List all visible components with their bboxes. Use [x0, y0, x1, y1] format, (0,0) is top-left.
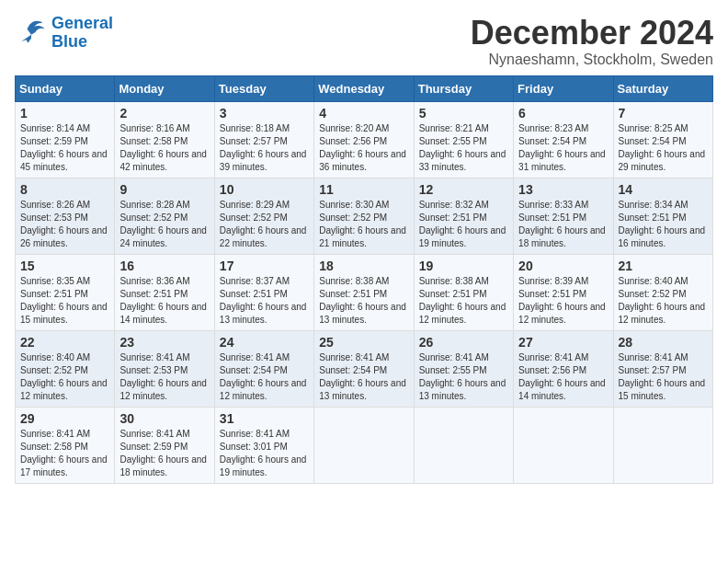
day-number: 4 — [319, 106, 408, 121]
calendar-cell: 14 Sunrise: 8:34 AMSunset: 2:51 PMDaylig… — [613, 178, 712, 254]
day-number: 10 — [220, 182, 309, 197]
cell-info: Sunrise: 8:41 AMSunset: 2:55 PMDaylight:… — [419, 352, 506, 401]
weekday-header-row: SundayMondayTuesdayWednesdayThursdayFrid… — [16, 75, 713, 101]
cell-info: Sunrise: 8:30 AMSunset: 2:52 PMDaylight:… — [319, 200, 406, 248]
cell-info: Sunrise: 8:37 AMSunset: 2:51 PMDaylight:… — [220, 276, 307, 325]
day-number: 13 — [518, 182, 608, 197]
calendar-cell: 23 Sunrise: 8:41 AMSunset: 2:53 PMDaylig… — [115, 330, 214, 407]
cell-info: Sunrise: 8:26 AMSunset: 2:53 PMDaylight:… — [20, 200, 108, 248]
cell-info: Sunrise: 8:21 AMSunset: 2:55 PMDaylight:… — [419, 123, 506, 172]
day-number: 25 — [319, 335, 408, 350]
day-number: 8 — [20, 182, 109, 197]
month-title: December 2024 — [471, 15, 713, 52]
day-number: 5 — [419, 106, 508, 121]
calendar-table: SundayMondayTuesdayWednesdayThursdayFrid… — [15, 75, 713, 484]
logo-text: General Blue — [51, 15, 113, 52]
calendar-cell: 21 Sunrise: 8:40 AMSunset: 2:52 PMDaylig… — [613, 254, 712, 330]
cell-info: Sunrise: 8:41 AMSunset: 2:54 PMDaylight:… — [319, 352, 406, 401]
cell-info: Sunrise: 8:14 AMSunset: 2:59 PMDaylight:… — [20, 123, 108, 172]
calendar-cell: 30 Sunrise: 8:41 AMSunset: 2:59 PMDaylig… — [115, 407, 214, 483]
cell-info: Sunrise: 8:41 AMSunset: 2:53 PMDaylight:… — [119, 352, 207, 401]
cell-info: Sunrise: 8:28 AMSunset: 2:52 PMDaylight:… — [119, 200, 207, 248]
logo: General Blue — [15, 15, 113, 52]
calendar-week-row: 8 Sunrise: 8:26 AMSunset: 2:53 PMDayligh… — [16, 178, 713, 254]
day-number: 22 — [20, 335, 109, 350]
cell-info: Sunrise: 8:34 AMSunset: 2:51 PMDaylight:… — [619, 200, 706, 248]
weekday-header: Wednesday — [314, 75, 414, 101]
day-number: 9 — [119, 182, 209, 197]
calendar-cell: 27 Sunrise: 8:41 AMSunset: 2:56 PMDaylig… — [514, 330, 613, 407]
calendar-cell: 16 Sunrise: 8:36 AMSunset: 2:51 PMDaylig… — [115, 254, 214, 330]
cell-info: Sunrise: 8:41 AMSunset: 2:59 PMDaylight:… — [119, 429, 207, 477]
day-number: 29 — [20, 411, 109, 426]
calendar-cell: 31 Sunrise: 8:41 AMSunset: 3:01 PMDaylig… — [214, 407, 313, 483]
calendar-cell: 4 Sunrise: 8:20 AMSunset: 2:56 PMDayligh… — [314, 101, 414, 178]
calendar-cell: 15 Sunrise: 8:35 AMSunset: 2:51 PMDaylig… — [16, 254, 115, 330]
day-number: 7 — [619, 106, 708, 121]
cell-info: Sunrise: 8:40 AMSunset: 2:52 PMDaylight:… — [20, 352, 108, 401]
weekday-header: Friday — [514, 75, 613, 101]
cell-info: Sunrise: 8:23 AMSunset: 2:54 PMDaylight:… — [518, 123, 606, 172]
calendar-week-row: 29 Sunrise: 8:41 AMSunset: 2:58 PMDaylig… — [16, 407, 713, 483]
day-number: 18 — [319, 259, 408, 273]
day-number: 17 — [220, 259, 309, 273]
day-number: 30 — [119, 411, 209, 426]
weekday-header: Tuesday — [214, 75, 313, 101]
weekday-header: Thursday — [414, 75, 513, 101]
day-number: 20 — [518, 259, 608, 273]
weekday-header: Saturday — [613, 75, 712, 101]
cell-info: Sunrise: 8:33 AMSunset: 2:51 PMDaylight:… — [518, 200, 606, 248]
day-number: 24 — [220, 335, 309, 350]
calendar-cell: 19 Sunrise: 8:38 AMSunset: 2:51 PMDaylig… — [414, 254, 513, 330]
cell-info: Sunrise: 8:41 AMSunset: 3:01 PMDaylight:… — [220, 429, 307, 477]
cell-info: Sunrise: 8:38 AMSunset: 2:51 PMDaylight:… — [319, 276, 406, 325]
calendar-cell — [414, 407, 513, 483]
cell-info: Sunrise: 8:39 AMSunset: 2:51 PMDaylight:… — [518, 276, 606, 325]
calendar-cell — [514, 407, 613, 483]
cell-info: Sunrise: 8:16 AMSunset: 2:58 PMDaylight:… — [119, 123, 207, 172]
calendar-cell: 17 Sunrise: 8:37 AMSunset: 2:51 PMDaylig… — [214, 254, 313, 330]
day-number: 28 — [619, 335, 708, 350]
calendar-cell: 12 Sunrise: 8:32 AMSunset: 2:51 PMDaylig… — [414, 178, 513, 254]
page-header: General Blue December 2024 Nynaeshamn, S… — [15, 15, 713, 68]
day-number: 6 — [518, 106, 608, 121]
calendar-cell: 6 Sunrise: 8:23 AMSunset: 2:54 PMDayligh… — [514, 101, 613, 178]
calendar-cell: 7 Sunrise: 8:25 AMSunset: 2:54 PMDayligh… — [613, 101, 712, 178]
day-number: 3 — [220, 106, 309, 121]
day-number: 2 — [119, 106, 209, 121]
cell-info: Sunrise: 8:18 AMSunset: 2:57 PMDaylight:… — [220, 123, 307, 172]
calendar-cell: 24 Sunrise: 8:41 AMSunset: 2:54 PMDaylig… — [214, 330, 313, 407]
day-number: 12 — [419, 182, 508, 197]
day-number: 19 — [419, 259, 508, 273]
calendar-week-row: 22 Sunrise: 8:40 AMSunset: 2:52 PMDaylig… — [16, 330, 713, 407]
calendar-cell: 13 Sunrise: 8:33 AMSunset: 2:51 PMDaylig… — [514, 178, 613, 254]
day-number: 26 — [419, 335, 508, 350]
cell-info: Sunrise: 8:36 AMSunset: 2:51 PMDaylight:… — [119, 276, 207, 325]
cell-info: Sunrise: 8:41 AMSunset: 2:54 PMDaylight:… — [220, 352, 307, 401]
calendar-cell: 26 Sunrise: 8:41 AMSunset: 2:55 PMDaylig… — [414, 330, 513, 407]
day-number: 1 — [20, 106, 109, 121]
day-number: 31 — [220, 411, 309, 426]
calendar-cell: 3 Sunrise: 8:18 AMSunset: 2:57 PMDayligh… — [214, 101, 313, 178]
day-number: 16 — [119, 259, 209, 273]
weekday-header: Sunday — [16, 75, 115, 101]
calendar-cell — [314, 407, 414, 483]
day-number: 14 — [619, 182, 708, 197]
day-number: 11 — [319, 182, 408, 197]
calendar-cell: 1 Sunrise: 8:14 AMSunset: 2:59 PMDayligh… — [16, 101, 115, 178]
location-subtitle: Nynaeshamn, Stockholm, Sweden — [471, 52, 713, 68]
calendar-week-row: 1 Sunrise: 8:14 AMSunset: 2:59 PMDayligh… — [16, 101, 713, 178]
calendar-cell: 25 Sunrise: 8:41 AMSunset: 2:54 PMDaylig… — [314, 330, 414, 407]
calendar-cell: 18 Sunrise: 8:38 AMSunset: 2:51 PMDaylig… — [314, 254, 414, 330]
calendar-cell: 28 Sunrise: 8:41 AMSunset: 2:57 PMDaylig… — [613, 330, 712, 407]
day-number: 27 — [518, 335, 608, 350]
cell-info: Sunrise: 8:32 AMSunset: 2:51 PMDaylight:… — [419, 200, 506, 248]
calendar-cell: 2 Sunrise: 8:16 AMSunset: 2:58 PMDayligh… — [115, 101, 214, 178]
cell-info: Sunrise: 8:20 AMSunset: 2:56 PMDaylight:… — [319, 123, 406, 172]
cell-info: Sunrise: 8:38 AMSunset: 2:51 PMDaylight:… — [419, 276, 506, 325]
day-number: 21 — [619, 259, 708, 273]
calendar-cell: 8 Sunrise: 8:26 AMSunset: 2:53 PMDayligh… — [16, 178, 115, 254]
day-number: 23 — [119, 335, 209, 350]
calendar-cell: 5 Sunrise: 8:21 AMSunset: 2:55 PMDayligh… — [414, 101, 513, 178]
calendar-cell: 11 Sunrise: 8:30 AMSunset: 2:52 PMDaylig… — [314, 178, 414, 254]
